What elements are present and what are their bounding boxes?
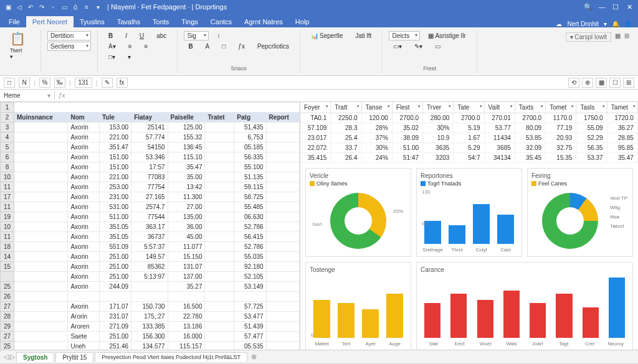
cell[interactable]: 149.57 <box>131 252 168 262</box>
cell[interactable]: 92.180 <box>234 262 266 272</box>
cell[interactable]: 57.109 <box>300 123 331 133</box>
underline-button[interactable]: U <box>135 31 148 40</box>
cell[interactable]: TA0.1 <box>300 113 331 123</box>
tab-file[interactable]: File <box>2 16 26 27</box>
cell[interactable]: 36737 <box>131 232 168 242</box>
tab-home[interactable]: Pert Neoret <box>26 16 74 27</box>
row-header[interactable]: 11 <box>1 202 14 212</box>
col-header[interactable]: Vailt▾ <box>485 102 515 113</box>
row-header[interactable]: 15 <box>1 262 14 272</box>
account-label[interactable]: Nert Dnnhit <box>567 21 599 27</box>
cell[interactable]: 10.9 <box>423 133 454 142</box>
cell[interactable]: 137.00 <box>168 272 205 282</box>
cell[interactable]: 171.07 <box>99 302 131 312</box>
italic-button[interactable]: I <box>121 31 131 40</box>
r5-2[interactable]: ✎▾ <box>410 42 427 51</box>
cell[interactable]: 13:42 <box>168 182 205 192</box>
cell[interactable]: 56.415 <box>234 232 266 242</box>
cell[interactable]: 51.439 <box>234 322 266 332</box>
cell[interactable]: 28.3 <box>331 123 361 133</box>
cell[interactable]: 2574.7 <box>131 202 168 212</box>
cell[interactable]: 77083 <box>131 172 168 182</box>
back-icon[interactable]: ◁ <box>15 2 24 11</box>
cell[interactable]: 22.072 <box>300 143 331 152</box>
cell[interactable]: 57.477 <box>234 332 266 342</box>
col-header[interactable]: Flest▾ <box>393 102 423 113</box>
cell[interactable]: 351.05 <box>99 232 131 242</box>
cell[interactable] <box>131 292 168 302</box>
fb-3[interactable]: % <box>39 78 50 88</box>
tab-help[interactable]: Holp <box>289 16 316 27</box>
cell[interactable]: 2700.0 <box>393 113 423 123</box>
cell[interactable]: 131.07 <box>168 262 205 272</box>
cell[interactable]: 24% <box>362 153 393 162</box>
cell[interactable]: Axorin <box>68 182 99 192</box>
cell[interactable]: 55.09 <box>576 123 607 133</box>
cell[interactable]: 1720.0 <box>607 113 638 123</box>
strike-button[interactable]: abc <box>152 31 171 40</box>
cell[interactable]: 36.27 <box>607 123 638 133</box>
cell[interactable]: Paiselle <box>168 113 205 123</box>
cell[interactable]: 156.300 <box>131 332 168 342</box>
row-header[interactable]: 17 <box>1 192 14 202</box>
r5-3[interactable]: ▭ <box>431 42 445 51</box>
name-box[interactable]: Heme ▾ <box>0 91 55 100</box>
sort-button[interactable]: ↕ <box>212 31 224 40</box>
r5-1[interactable]: ▭▾ <box>389 42 406 51</box>
col-header[interactable]: Tamet▾ <box>607 102 638 113</box>
cell[interactable]: 17:57 <box>131 162 168 172</box>
cell[interactable]: 56.35 <box>576 143 607 152</box>
cell[interactable] <box>168 292 205 302</box>
cell[interactable]: 531.00 <box>99 202 131 212</box>
row-header[interactable]: 3 <box>1 123 14 133</box>
cell[interactable] <box>205 123 234 133</box>
cell[interactable]: Saete <box>68 332 99 342</box>
close-icon[interactable]: ✕ <box>624 2 634 12</box>
cell[interactable]: Fiatay <box>131 113 168 123</box>
table-row[interactable]: 22.07233.730%51.0036355.29368532.0932.75… <box>300 143 638 153</box>
cell[interactable]: 52.105 <box>234 272 266 282</box>
row-header[interactable] <box>1 272 14 282</box>
col-header[interactable]: Tomet▾ <box>546 102 576 113</box>
cell[interactable] <box>205 252 234 262</box>
fb-5[interactable]: 131 <box>75 78 92 88</box>
col-header[interactable]: Trver▾ <box>423 102 454 113</box>
open-icon[interactable]: ▭ <box>60 2 69 11</box>
fb-r1[interactable]: ⟲ <box>568 78 579 88</box>
cell[interactable]: 05.185 <box>234 142 266 152</box>
fill-button[interactable]: □▾ <box>104 52 120 62</box>
row-header[interactable]: 8 <box>1 162 14 172</box>
cell[interactable]: 11.300 <box>168 192 205 202</box>
fx-button[interactable]: ƒx <box>234 42 249 51</box>
row-header[interactable]: 4 <box>1 133 14 142</box>
tab-4[interactable]: Tonts <box>146 16 175 27</box>
cell[interactable]: Muinsnance <box>14 113 68 123</box>
fontcolor-button[interactable]: A▾ <box>104 42 120 51</box>
cell[interactable]: 59.115 <box>234 182 266 192</box>
cell[interactable] <box>205 332 234 342</box>
align2-button[interactable]: ≡ <box>140 42 153 51</box>
cell[interactable]: 15.150 <box>168 252 205 262</box>
col-header[interactable]: Tate▾ <box>454 102 484 113</box>
col-header[interactable]: Taxts▾ <box>515 102 546 113</box>
cell[interactable]: 28.85 <box>607 133 638 142</box>
row-header[interactable]: 19 <box>1 212 14 222</box>
minimize-icon[interactable]: — <box>597 2 607 12</box>
bold-button[interactable]: B <box>104 31 117 40</box>
fb-7[interactable]: fx <box>117 78 128 88</box>
cell[interactable]: 35.47 <box>168 162 205 172</box>
cell[interactable]: 05.535 <box>234 342 266 350</box>
cell[interactable]: 45.00 <box>168 232 205 242</box>
cell[interactable] <box>205 202 234 212</box>
cell[interactable]: Patg <box>234 113 266 123</box>
paste-icon[interactable]: 📋 <box>10 31 26 46</box>
sepertle-button[interactable]: 📊 Sepertle <box>307 31 347 40</box>
row-header[interactable]: 10 <box>1 172 14 182</box>
table-row[interactable]: 35.41526.424%51:47320354:73413435.4515.3… <box>300 153 638 163</box>
cell[interactable]: 53.149 <box>234 282 266 292</box>
cell[interactable]: 120.00 <box>362 113 393 123</box>
cell[interactable]: 51:47 <box>393 153 423 162</box>
cell[interactable]: 175,:27 <box>131 312 168 322</box>
fb-r3[interactable]: ▦ <box>596 78 607 88</box>
align-button[interactable]: ≡ <box>124 42 136 51</box>
